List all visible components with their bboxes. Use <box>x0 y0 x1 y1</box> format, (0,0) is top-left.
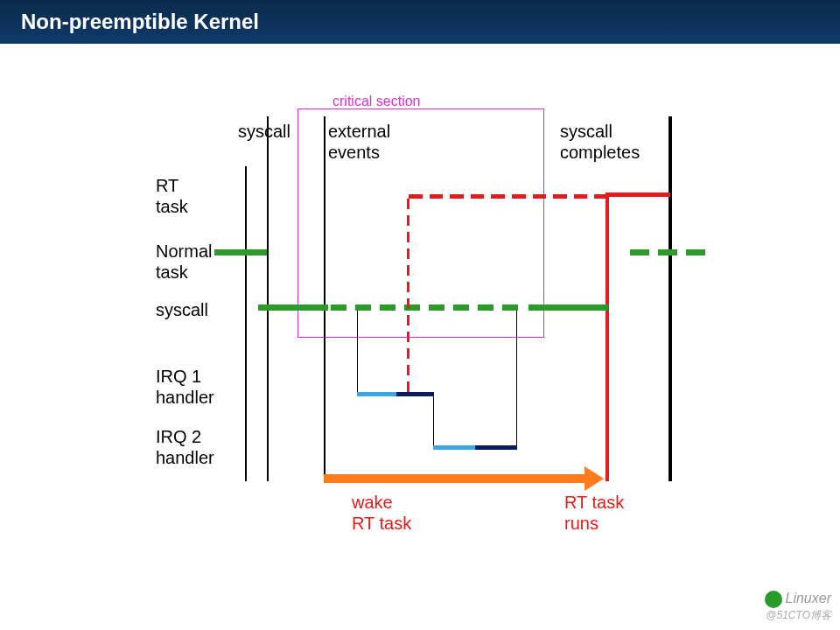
watermark-brand: Linuxer <box>786 591 831 606</box>
vline-external-events <box>324 116 326 481</box>
watermark: Linuxer @51CTO博客 <box>765 591 831 623</box>
wake-rt-label: wake RT task <box>352 492 411 534</box>
watermark-sub: @51CTO博客 <box>765 608 831 623</box>
page-title: Non-preemptible Kernel <box>21 10 259 34</box>
vline-rt-runs <box>606 194 609 481</box>
irq2-bar-navy <box>475 445 517 450</box>
latency-arrow-line <box>324 474 586 483</box>
syscall-running-2 <box>528 304 608 311</box>
critical-section-label: critical section <box>332 93 420 109</box>
rt-wake-vertical-dashed <box>407 199 410 393</box>
syscall-row-label: syscall <box>156 299 208 320</box>
rt-ready-dashed <box>409 194 608 199</box>
vline-syscall-start <box>267 116 269 481</box>
normal-task-row-label: Normal task <box>156 241 212 283</box>
timeline-diagram: critical section syscall external events… <box>0 44 840 630</box>
irq1-row-label: IRQ 1 handler <box>156 366 214 408</box>
irq2-bar-cyan <box>433 445 475 450</box>
syscall-running-1 <box>258 304 328 311</box>
latency-arrow-head <box>584 466 604 491</box>
external-events-label: external events <box>328 121 390 163</box>
page-header: Non-preemptible Kernel <box>0 0 840 44</box>
normal-task-running-before <box>214 249 267 256</box>
watermark-icon <box>765 591 782 608</box>
normal-task-resume-dashed <box>630 249 718 256</box>
rt-running-solid <box>606 192 670 197</box>
vline-syscall-complete <box>668 116 672 481</box>
rt-task-runs-label: RT task runs <box>564 492 624 534</box>
irq2-row-label: IRQ 2 handler <box>156 426 214 468</box>
syscall-completes-label: syscall completes <box>560 121 640 163</box>
rt-task-row-label: RT task <box>156 175 188 217</box>
syscall-interrupted-dashed <box>331 304 530 311</box>
irq1-bar-cyan <box>357 392 396 396</box>
irq1-bar-navy <box>396 392 434 396</box>
irq1-connector-down <box>357 311 358 393</box>
irq2-connector-up <box>516 311 517 448</box>
irq-connector-step-down <box>433 396 434 448</box>
vline-left <box>245 166 247 481</box>
syscall-top-label: syscall <box>238 121 290 142</box>
